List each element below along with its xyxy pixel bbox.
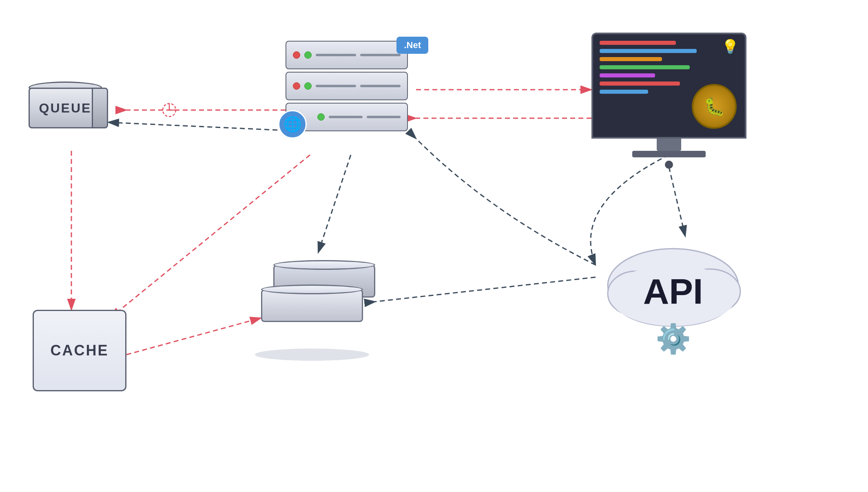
code-line-2 bbox=[600, 49, 697, 53]
queue-cylinder-right bbox=[92, 88, 108, 128]
arrow-monitor-to-api bbox=[669, 167, 685, 236]
queue-component: QUEUE bbox=[24, 79, 106, 132]
db-stack bbox=[261, 240, 375, 355]
bulb-icon: 💡 bbox=[722, 38, 739, 55]
code-line-1 bbox=[600, 41, 676, 45]
arrow-cache-to-db bbox=[126, 318, 261, 355]
cache-label: CACHE bbox=[50, 342, 108, 359]
server-line-2b bbox=[360, 85, 401, 87]
arrow-api-to-server bbox=[416, 139, 596, 265]
bug-icon: 🐛 bbox=[704, 97, 725, 117]
server-line-2 bbox=[316, 85, 356, 87]
server-line-1 bbox=[316, 54, 356, 56]
arrow-api-to-db bbox=[375, 277, 596, 302]
server-dot-red-2 bbox=[293, 82, 300, 90]
code-line-5 bbox=[600, 73, 655, 77]
api-cloud-svg: API ⚙️ bbox=[596, 232, 751, 355]
code-line-3 bbox=[600, 57, 662, 61]
monitor-screen: 💡 🐛 bbox=[591, 33, 746, 139]
server-unit-1 bbox=[286, 41, 408, 69]
queue-label: QUEUE bbox=[39, 101, 92, 116]
diagram-container: QUEUE CACHE .Net bbox=[0, 0, 868, 492]
queue-cylinder: QUEUE bbox=[24, 79, 106, 132]
db-shadow bbox=[255, 349, 369, 361]
code-line-4 bbox=[600, 65, 690, 69]
db-cylinder-front bbox=[261, 289, 363, 322]
code-line-7 bbox=[600, 90, 648, 94]
magnify-overlay: 🐛 bbox=[692, 84, 737, 129]
server-rack: 🌐 bbox=[286, 41, 416, 131]
server-component: .Net 🌐 bbox=[286, 41, 416, 134]
globe-badge: 🌐 bbox=[278, 110, 307, 139]
server-line-3 bbox=[329, 116, 363, 118]
server-dot-green-2 bbox=[304, 82, 312, 90]
server-dot-green-1 bbox=[304, 51, 312, 59]
database-component bbox=[261, 240, 375, 355]
monitor-button bbox=[665, 161, 673, 169]
dotnet-badge: .Net bbox=[396, 37, 428, 54]
server-dot-red-1 bbox=[293, 51, 300, 59]
monitor-base bbox=[632, 151, 706, 157]
cache-component: CACHE bbox=[33, 310, 126, 391]
server-line-3b bbox=[367, 116, 401, 118]
code-line-6 bbox=[600, 82, 680, 86]
monitor-stand bbox=[657, 139, 681, 151]
server-line-1b bbox=[360, 54, 401, 56]
arrow-server-to-db bbox=[318, 155, 351, 253]
queue-cylinder-body: QUEUE bbox=[29, 88, 102, 128]
svg-point-4 bbox=[163, 104, 176, 117]
api-text: API bbox=[643, 271, 703, 311]
server-unit-3: 🌐 bbox=[286, 103, 408, 131]
server-unit-2 bbox=[286, 72, 408, 100]
gear-svg-icon: ⚙️ bbox=[655, 322, 691, 355]
db-cylinder-top-front bbox=[261, 285, 363, 294]
cache-box: CACHE bbox=[33, 310, 126, 391]
db-cylinder-top-back bbox=[273, 260, 375, 270]
arrow-server-to-queue-dark bbox=[108, 122, 286, 130]
monitor-component: 💡 🐛 bbox=[591, 33, 746, 169]
server-dot-green-3 bbox=[317, 113, 325, 121]
api-component: API ⚙️ bbox=[596, 232, 751, 356]
